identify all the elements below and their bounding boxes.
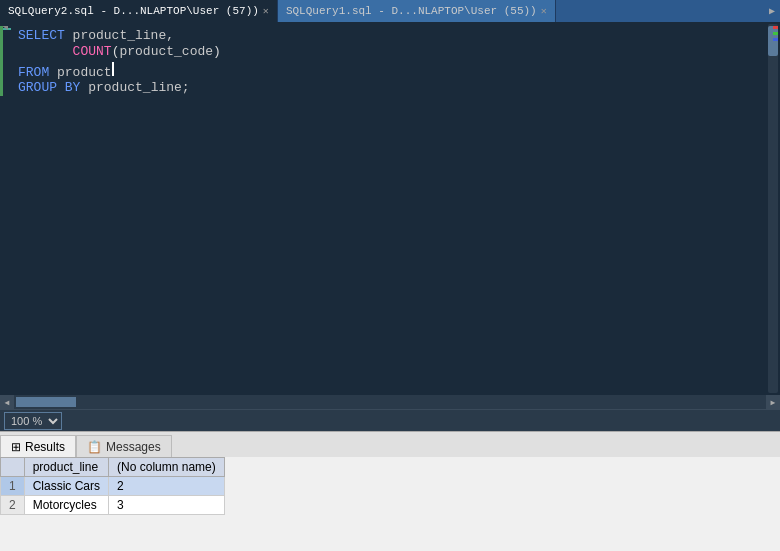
col-header-no-column-name: (No column name): [109, 458, 225, 477]
tab-sqlquery2-label: SQLQuery2.sql - D...NLAPTOP\User (57)): [8, 5, 259, 17]
gutter-green-line: [0, 26, 3, 96]
code-line-4: GROUP BY product_line;: [14, 80, 766, 98]
cell-count-3: 3: [109, 496, 225, 515]
table-row[interactable]: 2 Motorcycles 3: [1, 496, 225, 515]
cell-motorcycles: Motorcycles: [24, 496, 108, 515]
h-scroll-right[interactable]: ▶: [766, 395, 780, 409]
scrollbar-marker-red: [773, 26, 778, 29]
tab-scroll-right[interactable]: ▶: [764, 0, 780, 22]
code-line-2: COUNT(product_code): [14, 44, 766, 62]
cell-count-2: 2: [109, 477, 225, 496]
row-num-1: 1: [1, 477, 25, 496]
tab-messages[interactable]: 📋 Messages: [76, 435, 172, 457]
scrollbar-marker-blue: [773, 38, 778, 41]
scrollbar-marker-green: [773, 32, 778, 35]
status-bar: 100 % 25 % 50 % 75 % 150 % 200 %: [0, 409, 780, 431]
tab-results[interactable]: ⊞ Results: [0, 435, 76, 457]
keyword-select: SELECT: [18, 28, 73, 43]
editor-scrollbar-right[interactable]: [766, 22, 780, 395]
scrollbar-thumb[interactable]: [768, 26, 778, 56]
zoom-select[interactable]: 100 % 25 % 50 % 75 % 150 % 200 %: [4, 412, 62, 430]
text-cursor: [112, 62, 114, 76]
keyword-group-by: GROUP BY: [18, 80, 88, 95]
tab-bar: SQLQuery2.sql - D...NLAPTOP\User (57)) ✕…: [0, 0, 780, 22]
results-content: product_line (No column name) 1 Classic …: [0, 457, 780, 551]
code-line-1: SELECT product_line,: [14, 26, 766, 44]
results-table: product_line (No column name) 1 Classic …: [0, 457, 225, 515]
code-editor[interactable]: SELECT product_line, COUNT(product_code)…: [14, 22, 766, 395]
bottom-area: ◀ ▶ 100 % 25 % 50 % 75 % 150 % 200 %: [0, 395, 780, 431]
h-scrollbar[interactable]: ◀ ▶: [0, 395, 780, 409]
scrollbar-track[interactable]: [768, 24, 778, 393]
col-header-rownum: [1, 458, 25, 477]
tab-sqlquery1-close[interactable]: ✕: [541, 5, 547, 17]
tab-sqlquery1-label: SQLQuery1.sql - D...NLAPTOP\User (55)): [286, 5, 537, 17]
col-header-product-line: product_line: [24, 458, 108, 477]
tab-sqlquery2-close[interactable]: ✕: [263, 5, 269, 17]
h-scroll-left[interactable]: ◀: [0, 395, 14, 409]
table-row[interactable]: 1 Classic Cars 2: [1, 477, 225, 496]
messages-icon: 📋: [87, 440, 102, 454]
tab-results-label: Results: [25, 440, 65, 454]
editor-container: SELECT product_line, COUNT(product_code)…: [0, 22, 780, 395]
cell-classic-cars: Classic Cars: [24, 477, 108, 496]
keyword-count: COUNT: [73, 44, 112, 59]
h-scrollbar-thumb: [16, 397, 76, 407]
results-panel: ⊞ Results 📋 Messages product_line (No co…: [0, 431, 780, 551]
tab-sqlquery2[interactable]: SQLQuery2.sql - D...NLAPTOP\User (57)) ✕: [0, 0, 278, 22]
results-tab-bar: ⊞ Results 📋 Messages: [0, 431, 780, 457]
tab-messages-label: Messages: [106, 440, 161, 454]
keyword-from: FROM: [18, 65, 57, 80]
h-scrollbar-track[interactable]: [16, 397, 764, 407]
results-grid-icon: ⊞: [11, 440, 21, 454]
editor-gutter: [0, 22, 14, 395]
row-num-2: 2: [1, 496, 25, 515]
tab-sqlquery1[interactable]: SQLQuery1.sql - D...NLAPTOP\User (55)) ✕: [278, 0, 556, 22]
code-line-3: FROM product: [14, 62, 766, 80]
